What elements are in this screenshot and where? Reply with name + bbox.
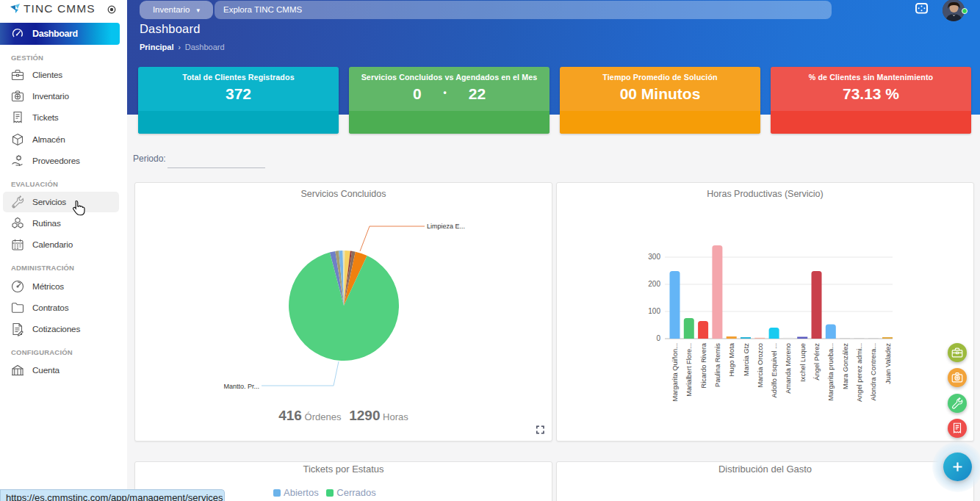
svg-text:Ixchel Luque: Ixchel Luque [799, 343, 807, 382]
svg-text:Margarita prueba...: Margarita prueba... [827, 343, 835, 401]
svg-text:Amanda Moreno: Amanda Moreno [785, 343, 792, 394]
svg-text:Margarita Quiñon...: Margarita Quiñon... [671, 343, 679, 402]
svg-text:0: 0 [656, 334, 660, 342]
svg-text:Ricardo Rivera: Ricardo Rivera [700, 342, 707, 388]
svg-text:Mara González: Mara González [842, 343, 849, 389]
svg-text:Angel perez admi...: Angel perez admi... [856, 343, 863, 402]
svg-text:Mantto. Pr...: Mantto. Pr... [223, 383, 259, 390]
svg-text:Marialbert Flore...: Marialbert Flore... [685, 343, 693, 397]
svg-text:Paulina Remis: Paulina Remis [714, 343, 721, 387]
svg-text:Limpieza E...: Limpieza E... [427, 223, 465, 230]
svg-text:Adolfo Esquivel ...: Adolfo Esquivel ... [771, 343, 778, 397]
svg-text:100: 100 [648, 307, 660, 315]
svg-text:Ángel Pérez: Ángel Pérez [813, 343, 821, 381]
svg-text:Juan Valadez: Juan Valadez [884, 343, 892, 384]
svg-text:Alondra Contrera...: Alondra Contrera... [870, 343, 877, 401]
svg-text:200: 200 [648, 280, 660, 288]
svg-text:Marcia Orozco: Marcia Orozco [757, 343, 764, 387]
svg-text:300: 300 [648, 253, 660, 261]
svg-text:Hugo Mota: Hugo Mota [728, 342, 735, 376]
svg-text:Marcia Gtz: Marcia Gtz [743, 343, 750, 376]
